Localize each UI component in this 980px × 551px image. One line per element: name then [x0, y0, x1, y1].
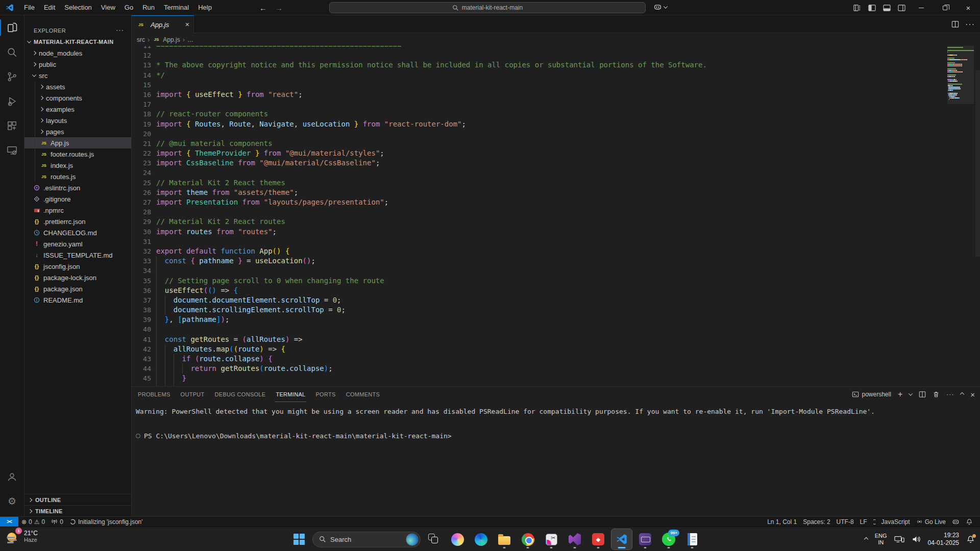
tree-item-readme.md[interactable]: README.md [24, 294, 131, 306]
split-terminal-icon[interactable] [919, 391, 926, 398]
editor-more-actions-icon[interactable]: ··· [965, 20, 975, 29]
tree-item-footer.routes.js[interactable]: JSfooter.routes.js [24, 148, 131, 160]
panel-tab-debug-console[interactable]: DEBUG CONSOLE [214, 387, 267, 402]
purple-app-button[interactable] [635, 529, 655, 549]
settings-gear-icon[interactable]: ⚙ [0, 489, 24, 513]
language-indicator[interactable]: ENG IN [875, 533, 887, 546]
tree-item-issue-template.md[interactable]: ↓ISSUE_TEMPLATE.md [24, 249, 131, 261]
restore-button[interactable] [933, 0, 957, 15]
close-button[interactable]: × [957, 0, 980, 15]
timeline-section[interactable]: TIMELINE [24, 505, 131, 516]
terminal[interactable]: Warning: PowerShell detected that you mi… [132, 402, 980, 516]
tree-item-.eslintrc.json[interactable]: .eslintrc.json [24, 182, 131, 193]
terminal-shell-chip[interactable]: powershell [852, 391, 891, 398]
chrome-button[interactable] [518, 529, 538, 549]
edge-button[interactable] [471, 529, 491, 549]
tree-item-examples[interactable]: examples [24, 104, 131, 115]
panel-more-actions-icon[interactable]: ··· [946, 391, 954, 398]
editor-scrollbar[interactable] [975, 70, 980, 257]
tree-item-src[interactable]: src [24, 70, 131, 81]
tree-root-folder[interactable]: MATERIAL-KIT-REACT-MAIN [24, 36, 131, 47]
source-control-activity-icon[interactable] [0, 64, 24, 89]
copilot-taskbar-button[interactable] [447, 529, 468, 549]
vscode-taskbar-button[interactable] [611, 529, 632, 549]
taskbar-search[interactable]: Search [312, 532, 421, 547]
explorer-more-actions-icon[interactable]: ··· [116, 26, 124, 34]
close-panel-icon[interactable]: × [970, 390, 975, 399]
tree-item-routes.js[interactable]: JSroutes.js [24, 171, 131, 182]
whatsapp-button[interactable]: 99+ [658, 529, 679, 549]
go-live-button[interactable]: Go Live [913, 517, 949, 527]
search-activity-icon[interactable] [0, 40, 24, 64]
volume-icon[interactable] [912, 535, 921, 544]
tab-appjs[interactable]: JS App.js × [132, 15, 194, 33]
toggle-primary-sidebar-icon[interactable] [868, 4, 876, 12]
tree-item-layouts[interactable]: layouts [24, 115, 131, 126]
nav-back-icon[interactable]: ← [259, 4, 267, 12]
red-app-button[interactable]: ◆ [588, 529, 608, 549]
cursor-position[interactable]: Ln 1, Col 1 [764, 517, 800, 527]
menu-selection[interactable]: Selection [60, 2, 96, 13]
file-explorer-button[interactable] [494, 529, 514, 549]
chevron-down-icon[interactable] [909, 391, 913, 395]
tree-item-package.json[interactable]: {}package.json [24, 283, 131, 294]
menu-edit[interactable]: Edit [39, 2, 60, 13]
weather-widget[interactable]: 1 21°C Haze [6, 530, 38, 543]
tree-item-package-lock.json[interactable]: {}package-lock.json [24, 272, 131, 283]
cast-device-icon[interactable] [894, 535, 904, 544]
tree-item-app.js[interactable]: JSApp.js [24, 137, 131, 148]
copilot-menu[interactable] [653, 3, 667, 11]
tab-close-icon[interactable]: × [185, 20, 189, 29]
run-debug-activity-icon[interactable] [0, 89, 24, 113]
split-editor-icon[interactable] [951, 20, 959, 28]
new-terminal-icon[interactable]: + [898, 390, 902, 399]
problems-status[interactable]: ⊗0 ⚠0 [18, 517, 48, 527]
ports-status[interactable]: 0 [48, 517, 66, 527]
explorer-activity-icon[interactable] [0, 15, 24, 40]
notifications-bell[interactable] [963, 517, 976, 527]
breadcrumb-file[interactable]: App.js [163, 36, 180, 43]
breadcrumb-symbol[interactable]: … [187, 36, 193, 43]
language-mode[interactable]: JavaScript [870, 517, 913, 527]
tree-item-.gitignore[interactable]: .gitignore [24, 193, 131, 205]
tree-item-pages[interactable]: pages [24, 126, 131, 137]
panel-tab-ports[interactable]: PORTS [314, 387, 336, 402]
extensions-activity-icon[interactable] [0, 113, 24, 138]
remote-indicator[interactable]: >< [0, 517, 18, 527]
customize-layout-icon[interactable] [853, 4, 861, 12]
indentation[interactable]: Spaces: 2 [800, 517, 833, 527]
toggle-panel-icon[interactable] [883, 4, 891, 12]
copilot-status[interactable] [949, 517, 963, 527]
menu-file[interactable]: File [19, 2, 39, 13]
tray-overflow-chevron-icon[interactable] [864, 537, 868, 541]
tree-item-node-modules[interactable]: node_modules [24, 47, 131, 59]
panel-tab-output[interactable]: OUTPUT [180, 387, 206, 402]
breadcrumb-src[interactable]: src [137, 36, 145, 43]
code-editor[interactable]: 11======================================… [132, 46, 980, 386]
outline-section[interactable]: OUTLINE [24, 494, 131, 505]
visual-studio-button[interactable] [565, 529, 585, 549]
command-center-search[interactable]: material-kit-react-main [329, 2, 646, 13]
nav-forward-icon[interactable]: → [275, 4, 283, 12]
tree-item-.npmrc[interactable]: .npmrc [24, 205, 131, 216]
tree-item-index.js[interactable]: JSindex.js [24, 160, 131, 171]
document-app-button[interactable] [682, 529, 702, 549]
menu-view[interactable]: View [96, 2, 120, 13]
minimize-button[interactable] [910, 0, 933, 15]
minimap[interactable] [947, 47, 974, 102]
encoding[interactable]: UTF-8 [834, 517, 857, 527]
toggle-secondary-sidebar-icon[interactable] [898, 4, 905, 12]
tree-item-changelog.md[interactable]: CHANGELOG.md [24, 227, 131, 238]
remote-explorer-activity-icon[interactable] [0, 138, 24, 162]
maximize-panel-icon[interactable] [960, 392, 964, 396]
eol-sequence[interactable]: LF [857, 517, 870, 527]
menu-help[interactable]: Help [193, 2, 216, 13]
panel-tab-problems[interactable]: PROBLEMS [137, 387, 172, 402]
kill-terminal-trash-icon[interactable] [933, 391, 940, 398]
panel-tab-terminal[interactable]: TERMINAL [275, 387, 306, 402]
menu-terminal[interactable]: Terminal [159, 2, 193, 13]
menu-run[interactable]: Run [138, 2, 159, 13]
notification-center[interactable] [966, 535, 975, 544]
clock-widget[interactable]: 19:23 04-01-2025 [928, 532, 959, 547]
tree-item-genezio.yaml[interactable]: !genezio.yaml [24, 238, 131, 249]
